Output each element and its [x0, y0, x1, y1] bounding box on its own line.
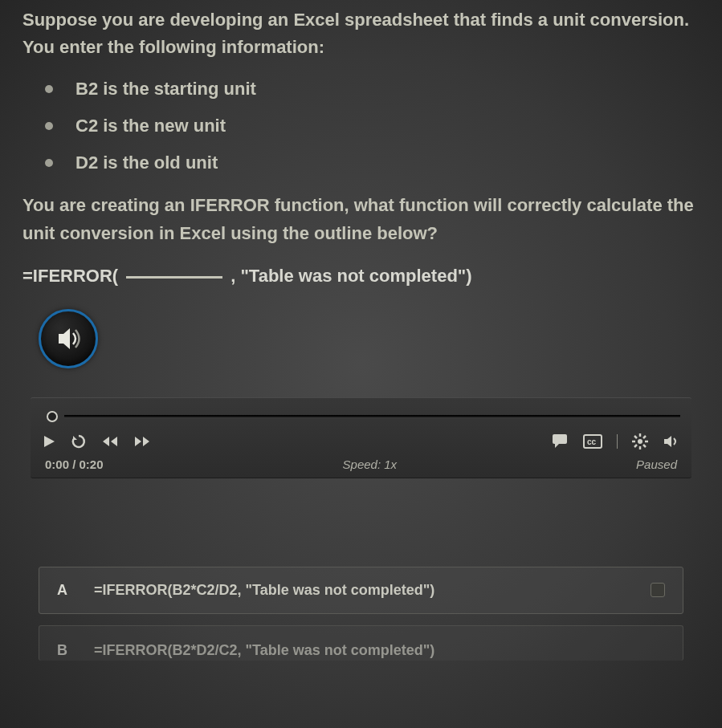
play-icon[interactable] [42, 434, 56, 449]
answer-list: A =IFERROR(B2*C2/D2, "Table was not comp… [22, 567, 700, 661]
answer-text: =IFERROR(B2*D2/C2, "Table was not comple… [94, 642, 665, 659]
question-intro: Suppose you are developing an Excel spre… [22, 6, 700, 61]
rewind-icon[interactable] [101, 435, 119, 448]
replay-icon[interactable] [71, 433, 87, 449]
bullet-list: B2 is the starting unit C2 is the new un… [45, 79, 700, 173]
svg-line-8 [643, 445, 646, 447]
svg-text:cc: cc [587, 437, 597, 446]
bullet-text: C2 is the new unit [75, 116, 226, 136]
volume-icon[interactable] [663, 434, 680, 449]
player-controls: cc [42, 433, 680, 449]
forward-icon[interactable] [133, 435, 151, 448]
answer-option[interactable]: A =IFERROR(B2*C2/D2, "Table was not comp… [39, 567, 683, 614]
bullet-text: D2 is the old unit [75, 153, 218, 173]
captions-icon[interactable]: cc [583, 434, 602, 449]
audio-play-button[interactable] [39, 309, 98, 368]
seek-thumb[interactable] [47, 411, 58, 422]
formula-blank-underline [126, 276, 222, 279]
transcript-icon[interactable] [551, 434, 569, 449]
answer-letter: B [57, 642, 71, 659]
answer-letter: A [57, 582, 71, 599]
answer-option[interactable]: B =IFERROR(B2*D2/C2, "Table was not comp… [39, 625, 683, 661]
status-display: Paused [636, 458, 677, 471]
seek-bar[interactable] [64, 415, 680, 418]
speaker-icon [52, 323, 84, 355]
svg-line-7 [634, 436, 637, 438]
formula-pre: =IFERROR( [22, 266, 118, 287]
time-display: 0:00 / 0:20 [45, 458, 104, 471]
formula-blank: =IFERROR( , "Table was not completed") [22, 266, 700, 287]
answer-radio[interactable] [651, 583, 665, 597]
question-prompt: You are creating an IFERROR function, wh… [22, 191, 700, 247]
bullet-item: D2 is the old unit [45, 153, 700, 173]
formula-post: , "Table was not completed") [230, 266, 471, 287]
svg-line-9 [634, 445, 637, 447]
svg-point-2 [638, 439, 642, 444]
player-status: 0:00 / 0:20 Speed: 1x Paused [42, 458, 680, 471]
svg-line-10 [643, 436, 646, 438]
seek-track[interactable] [42, 408, 680, 425]
audio-player: cc 0:00 / 0:20 Speed: 1x Paused [31, 397, 691, 478]
bullet-text: B2 is the starting unit [75, 79, 256, 100]
settings-icon[interactable] [632, 433, 648, 449]
divider [617, 434, 618, 449]
bullet-item: C2 is the new unit [45, 116, 700, 136]
bullet-item: B2 is the starting unit [45, 79, 700, 100]
answer-text: =IFERROR(B2*C2/D2, "Table was not comple… [94, 582, 628, 599]
speed-display: Speed: 1x [343, 458, 398, 471]
